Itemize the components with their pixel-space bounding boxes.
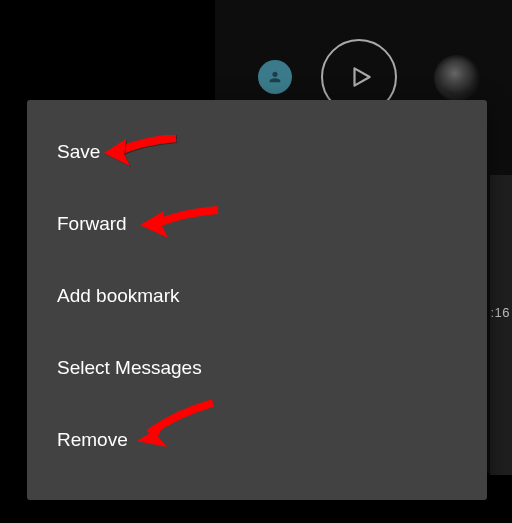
user-avatar[interactable] bbox=[434, 55, 480, 101]
play-icon bbox=[348, 64, 374, 90]
message-timestamp: :16 bbox=[490, 305, 510, 320]
message-context-menu: Save Forward Add bookmark Select Message… bbox=[27, 100, 487, 500]
menu-item-forward[interactable]: Forward bbox=[27, 188, 487, 260]
menu-item-save[interactable]: Save bbox=[27, 116, 487, 188]
sender-avatar-icon[interactable] bbox=[258, 60, 292, 94]
menu-item-select-messages[interactable]: Select Messages bbox=[27, 332, 487, 404]
menu-item-add-bookmark[interactable]: Add bookmark bbox=[27, 260, 487, 332]
person-icon bbox=[267, 69, 283, 85]
menu-item-remove[interactable]: Remove bbox=[27, 404, 487, 476]
